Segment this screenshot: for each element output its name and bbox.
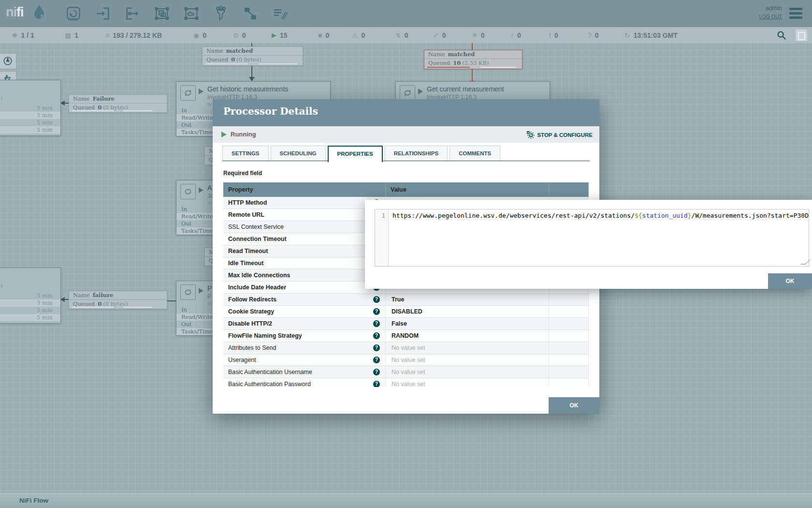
birdseye-toggle-icon[interactable] (796, 30, 807, 41)
help-icon[interactable]: ? (373, 296, 380, 303)
editor-ok-button[interactable]: OK (768, 273, 812, 289)
stat-label-read-write: Read/Write (181, 314, 213, 320)
stat-label-in: In (181, 306, 187, 313)
transmitting-icon: ◉ (193, 31, 199, 39)
connection-line[interactable] (166, 300, 176, 301)
connection-name-label: Name (73, 95, 90, 102)
refresh-status[interactable]: ↻13:51:03 GMT (624, 27, 678, 43)
running-status: ▶15 (272, 27, 288, 43)
tab-relationships[interactable]: RELATIONSHIPS (385, 146, 448, 161)
property-value[interactable]: RANDOM (386, 330, 549, 342)
help-icon[interactable]: ? (373, 320, 380, 327)
template-icon[interactable] (242, 5, 259, 22)
queued-count: 0 (98, 300, 102, 307)
processor-offscreen-left-top[interactable]: r 5 min 5 min 5 min 5 min (0, 80, 61, 136)
property-value[interactable]: DISABLED (386, 306, 549, 317)
invalid-status: ⚠0 (352, 27, 365, 43)
property-value[interactable]: True (386, 294, 549, 305)
dialog-tabs: SETTINGS SCHEDULING PROPERTIES RELATIONS… (222, 146, 502, 161)
help-icon[interactable]: ? (373, 332, 380, 339)
tab-scheduling[interactable]: SCHEDULING (271, 146, 326, 161)
queued-count: 0 (98, 104, 102, 111)
processor-type: P (207, 293, 211, 300)
table-row[interactable]: Basic Authentication Username?No value s… (223, 366, 589, 378)
status-bar: ❖1 / 1 ▦1 ≡193 / 279.12 KB ◉0 ⊘0 ▶15 ■0 … (0, 27, 812, 44)
table-row[interactable]: Follow Redirects?True (223, 294, 589, 306)
search-icon[interactable] (776, 30, 787, 41)
table-row[interactable]: FlowFile Naming Strategy?RANDOM (223, 330, 589, 342)
running-indicator-icon (199, 89, 203, 94)
property-value[interactable]: False (386, 318, 549, 329)
help-icon[interactable]: ? (373, 308, 380, 315)
property-name: Include Date Header (228, 284, 286, 291)
output-port-icon[interactable] (124, 5, 141, 22)
queue-indicator-bar (123, 110, 152, 111)
tab-properties[interactable]: PROPERTIES (328, 146, 383, 162)
connection-line[interactable] (64, 299, 69, 300)
invalid-icon: ⚠ (352, 31, 358, 39)
property-name: HTTP Method (228, 199, 267, 206)
table-row[interactable]: Useragent?No value set (223, 354, 589, 366)
processor-type-icon (180, 284, 196, 300)
processor-offscreen-left-bottom[interactable]: r 5 min 5 min 5 min 5 min (0, 268, 61, 324)
property-column-header: Property (223, 182, 386, 197)
dialog-status-row: Running STOP & CONFIGURE (213, 126, 599, 143)
stat-value: 5 min (37, 314, 53, 321)
help-icon[interactable]: ? (373, 381, 380, 387)
processor-icon[interactable] (65, 5, 82, 22)
navigate-palette-button[interactable] (0, 53, 16, 69)
dialog-ok-button[interactable]: OK (549, 397, 599, 414)
property-value[interactable]: No value set (386, 342, 549, 354)
value-editor-code[interactable]: https://www.pegelonline.wsv.de/webservic… (389, 209, 809, 266)
funnel-icon[interactable] (213, 5, 229, 22)
table-row[interactable]: Attributes to Send?No value set (223, 342, 589, 354)
queued-count: 10 (453, 60, 461, 66)
remote-process-group-icon[interactable] (183, 5, 200, 22)
up-to-date-status: ✓0 (433, 27, 446, 43)
stat-label-read-write: Read/Write (181, 114, 213, 121)
connection-label-failure-2[interactable]: Namefailure Queued0(0 bytes) (69, 291, 167, 309)
running-indicator-icon (418, 89, 423, 94)
queue-indicator-bar (72, 110, 114, 111)
connection-name-label: Name (206, 47, 223, 54)
stop-configure-label: STOP & CONFIGURE (537, 132, 593, 138)
stat-label-read-write: Read/Write (181, 213, 213, 220)
stat-label-tasks-time: Tasks/Time (181, 227, 213, 234)
connection-label-failure[interactable]: NameFailure Queued0(0 bytes) (69, 94, 167, 113)
tab-comments[interactable]: COMMENTS (450, 146, 500, 161)
label-icon[interactable] (272, 5, 288, 22)
property-value[interactable]: No value set (386, 378, 549, 387)
table-row[interactable]: Disable HTTP/2?False (223, 318, 589, 330)
input-port-icon[interactable] (95, 5, 111, 22)
queue-indicator-bar (72, 307, 114, 308)
refresh-icon[interactable]: ↻ (624, 31, 630, 39)
stop-and-configure-button[interactable]: STOP & CONFIGURE (526, 131, 593, 139)
property-value[interactable]: No value set (386, 366, 549, 378)
refresh-time: 13:51:03 GMT (634, 31, 678, 39)
invokehttp-icon (400, 85, 415, 101)
connection-line[interactable] (64, 103, 69, 104)
help-icon[interactable]: ? (373, 344, 380, 351)
connection-arrowhead (249, 77, 255, 81)
tab-settings[interactable]: SETTINGS (222, 146, 269, 161)
help-icon[interactable]: ? (373, 369, 380, 375)
table-row[interactable]: Cookie Strategy?DISABLED (223, 306, 589, 318)
queue-indicator-bar (480, 67, 516, 68)
connection-label-matched-queued[interactable]: Namematched Queued10(2.53 KB) (424, 50, 522, 69)
help-icon[interactable]: ? (373, 357, 380, 363)
expression-variable: station_uuid (642, 212, 688, 219)
global-menu-icon[interactable] (789, 8, 802, 21)
connection-label-matched[interactable]: Namematched Queued0(0 bytes) (202, 46, 303, 66)
table-row[interactable]: Basic Authentication Password?No value s… (223, 378, 589, 387)
property-name: Useragent (228, 357, 256, 363)
value-editor-textarea[interactable]: 1 https://www.pegelonline.wsv.de/webserv… (375, 209, 809, 267)
logout-link[interactable]: LOG OUT (724, 14, 782, 19)
stale-status: ↑0 (510, 27, 521, 43)
property-name: Remote URL (228, 211, 264, 218)
stat-value: 5 min (37, 292, 53, 299)
property-name: Disable HTTP/2 (228, 320, 272, 327)
value-editor-popup: 1 https://www.pegelonline.wsv.de/webserv… (365, 200, 812, 289)
process-group-icon[interactable] (154, 5, 170, 22)
breadcrumb[interactable]: NiFi Flow (19, 497, 48, 504)
property-value[interactable]: No value set (386, 354, 549, 366)
